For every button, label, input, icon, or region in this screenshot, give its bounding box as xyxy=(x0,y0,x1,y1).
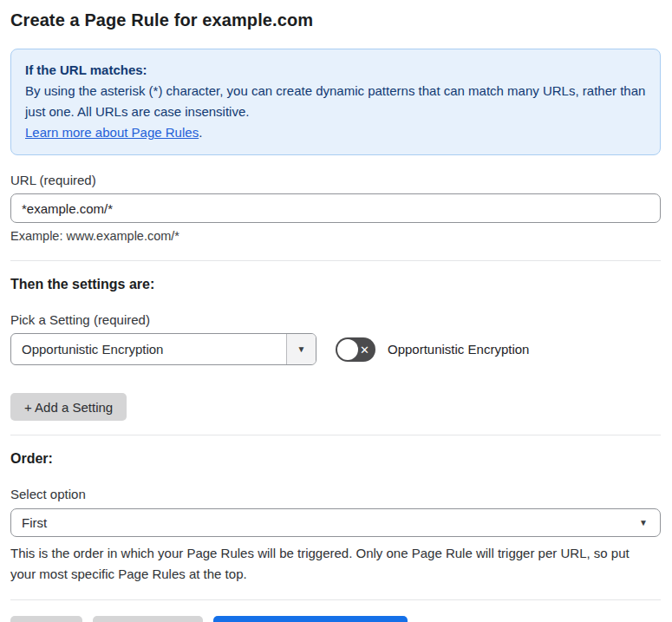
opportunistic-encryption-toggle[interactable]: ✕ xyxy=(336,337,375,362)
url-field-label: URL (required) xyxy=(10,173,661,187)
divider xyxy=(10,435,661,435)
toggle-label: Opportunistic Encryption xyxy=(388,342,529,357)
cancel-button[interactable]: Cancel xyxy=(10,616,82,622)
page-title: Create a Page Rule for example.com xyxy=(10,10,661,30)
setting-dropdown[interactable]: Opportunistic Encryption ▼ xyxy=(10,333,316,365)
link-suffix: . xyxy=(199,125,202,140)
url-match-info-box: If the URL matches: By using the asteris… xyxy=(10,49,661,155)
setting-toggle-group: ✕ Opportunistic Encryption xyxy=(336,337,529,362)
add-setting-button[interactable]: + Add a Setting xyxy=(10,393,127,421)
setting-dropdown-value: Opportunistic Encryption xyxy=(11,334,286,364)
setting-row: Opportunistic Encryption ▼ ✕ Opportunist… xyxy=(10,333,661,365)
info-box-heading: If the URL matches: xyxy=(25,60,646,81)
chevron-down-icon: ▼ xyxy=(297,345,306,354)
url-example-helper: Example: www.example.com/* xyxy=(10,229,661,243)
chevron-down-icon: ▼ xyxy=(639,519,648,527)
url-input[interactable] xyxy=(10,193,661,223)
setting-dropdown-arrow-button[interactable]: ▼ xyxy=(286,334,316,364)
divider xyxy=(10,260,661,261)
footer-actions: Cancel Save as Draft Save and Deploy Pag… xyxy=(10,616,661,622)
order-select-value: First xyxy=(22,515,47,530)
toggle-off-icon: ✕ xyxy=(360,344,369,355)
save-and-deploy-button[interactable]: Save and Deploy Page Rule xyxy=(213,616,408,622)
info-box-body: By using the asterisk (*) character, you… xyxy=(25,81,646,122)
order-helper-text: This is the order in which your Page Rul… xyxy=(10,543,652,585)
order-section-heading: Order: xyxy=(10,451,661,467)
info-box-link-line: Learn more about Page Rules. xyxy=(25,122,646,143)
settings-section-heading: Then the settings are: xyxy=(10,277,661,292)
toggle-knob xyxy=(337,339,358,360)
learn-more-link[interactable]: Learn more about Page Rules xyxy=(25,125,199,140)
order-select[interactable]: First ▼ xyxy=(10,508,661,537)
pick-setting-label: Pick a Setting (required) xyxy=(10,312,661,327)
divider xyxy=(10,599,661,600)
save-as-draft-button[interactable]: Save as Draft xyxy=(93,616,203,622)
create-page-rule-form: Create a Page Rule for example.com If th… xyxy=(0,0,672,622)
order-select-label: Select option xyxy=(10,487,661,501)
